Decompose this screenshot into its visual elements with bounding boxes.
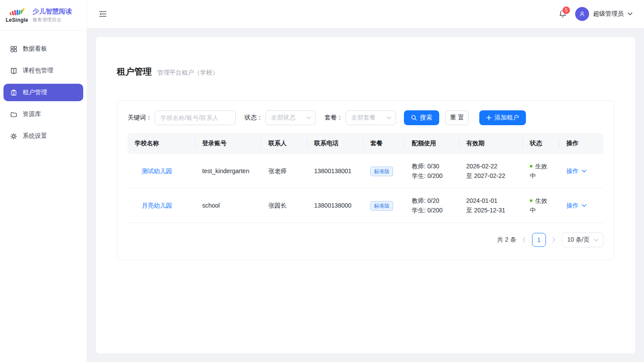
col-phone: 联系电话 xyxy=(307,133,363,154)
user-name: 超级管理员 xyxy=(593,10,624,18)
sidebar-item-settings[interactable]: 系统设置 xyxy=(3,127,83,145)
brand-header: LeSingle 少儿智慧阅读 服务管理后台 xyxy=(0,0,87,31)
table-header-row: 学校名称 登录账号 联系人 联系电话 套餐 配额使用 有效期 状态 操作 xyxy=(128,133,603,154)
sidebar-item-course-packages[interactable]: 课程包管理 xyxy=(3,62,83,79)
col-contact: 联系人 xyxy=(261,133,307,154)
chevron-down-icon xyxy=(306,116,311,120)
brand-logo: LeSingle xyxy=(6,7,28,23)
page-size-value: 10 条/页 xyxy=(567,236,590,244)
row-actions-label: 操作 xyxy=(566,201,579,210)
sidebar-collapse-button[interactable] xyxy=(98,10,107,18)
avatar xyxy=(575,7,589,21)
plan-tag: 标准版 xyxy=(370,201,393,211)
pagination-total: 共 2 条 xyxy=(497,236,516,244)
validity-start: 2024-01-01 xyxy=(466,196,516,205)
keyword-label: 关键词： xyxy=(128,114,152,122)
actions-cell: 操作 xyxy=(559,154,603,188)
validity-start: 2026-02-22 xyxy=(466,161,516,171)
add-tenant-button[interactable]: 添加租户 xyxy=(479,110,526,125)
sidebar-item-label: 系统设置 xyxy=(23,132,47,140)
search-icon xyxy=(411,115,417,121)
prev-page-button[interactable] xyxy=(522,237,526,242)
notification-badge: 5 xyxy=(562,6,570,14)
col-validity: 有效期 xyxy=(459,133,523,154)
col-quota: 配额使用 xyxy=(405,133,459,154)
user-icon xyxy=(578,10,586,18)
page-header: 租户管理 管理平台租户（学校） xyxy=(117,66,614,78)
brand-subtitle: 服务管理后台 xyxy=(33,17,72,23)
status-select-value: 全部状态 xyxy=(271,114,295,122)
plan-tag: 标准版 xyxy=(370,167,393,176)
validity-end: 至 2025-12-31 xyxy=(466,205,516,215)
sidebar-nav: 数据看板 课程包管理 租户管理 资源库 xyxy=(0,31,87,154)
plan-cell: 标准版 xyxy=(363,154,405,188)
sidebar-item-resources[interactable]: 资源库 xyxy=(3,106,83,123)
page-1-button[interactable]: 1 xyxy=(532,233,546,247)
plan-label: 套餐： xyxy=(325,114,343,122)
next-page-button[interactable] xyxy=(552,237,556,242)
content-area: 租户管理 管理平台租户（学校） 关键词： 状态： 全部状态 套餐： 全部套餐 xyxy=(87,28,644,362)
plan-select[interactable]: 全部套餐 xyxy=(346,110,396,125)
row-actions-link[interactable]: 操作 xyxy=(566,201,586,210)
chevron-down-icon xyxy=(582,170,586,173)
chevron-down-icon xyxy=(582,204,586,207)
chevron-right-icon xyxy=(552,237,556,242)
sidebar-item-label: 资源库 xyxy=(23,110,41,118)
phone-cell: 13800138000 xyxy=(307,188,363,223)
sidebar-item-label: 租户管理 xyxy=(23,89,47,96)
validity-end: 至 2027-02-22 xyxy=(466,171,516,181)
filter-bar: 关键词： 状态： 全部状态 套餐： 全部套餐 xyxy=(128,110,603,125)
col-actions: 操作 xyxy=(559,133,603,154)
gear-icon xyxy=(10,133,17,140)
dashboard-icon xyxy=(10,45,17,53)
folder-icon xyxy=(10,111,17,118)
pagination: 共 2 条 1 10 条/页 xyxy=(128,232,603,247)
school-link[interactable]: 测试幼儿园 xyxy=(142,167,172,174)
row-actions-label: 操作 xyxy=(566,166,579,176)
sidebar-item-dashboard[interactable]: 数据看板 xyxy=(3,40,83,58)
search-button[interactable]: 搜索 xyxy=(404,110,439,125)
status-dot-icon xyxy=(530,165,532,167)
topbar-right: 5 超级管理员 xyxy=(558,7,633,21)
plan-cell: 标准版 xyxy=(363,188,405,223)
plus-icon xyxy=(486,115,491,120)
phone-cell: 13800138001 xyxy=(307,154,363,188)
status-select[interactable]: 全部状态 xyxy=(265,110,316,125)
status-text: 生效中 xyxy=(530,197,547,214)
sidebar-item-tenants[interactable]: 租户管理 xyxy=(3,84,83,101)
sidebar: LeSingle 少儿智慧阅读 服务管理后台 数据看板 课程包管理 xyxy=(0,0,87,362)
notifications-button[interactable]: 5 xyxy=(558,10,567,19)
add-tenant-button-label: 添加租户 xyxy=(495,114,519,122)
sidebar-item-label: 课程包管理 xyxy=(23,67,53,75)
status-label: 状态： xyxy=(244,114,263,122)
row-actions-link[interactable]: 操作 xyxy=(566,166,586,176)
menu-fold-icon xyxy=(98,10,107,18)
user-menu[interactable]: 超级管理员 xyxy=(575,7,633,21)
chevron-down-icon xyxy=(627,12,633,16)
search-button-label: 搜索 xyxy=(420,114,432,122)
reset-button[interactable]: 重 置 xyxy=(445,110,469,125)
quota-students: 学生: 0/200 xyxy=(412,171,452,181)
chevron-down-icon xyxy=(594,239,599,242)
tenant-card: 租户管理 管理平台租户（学校） 关键词： 状态： 全部状态 套餐： 全部套餐 xyxy=(96,37,635,353)
keyword-input[interactable] xyxy=(155,110,236,125)
page-size-select[interactable]: 10 条/页 xyxy=(562,232,603,247)
tenant-panel: 关键词： 状态： 全部状态 套餐： 全部套餐 xyxy=(117,100,614,260)
chevron-down-icon xyxy=(386,116,391,120)
account-cell: school xyxy=(195,188,261,223)
contact-cell: 张园长 xyxy=(261,188,307,223)
reset-button-label: 重 置 xyxy=(450,114,464,122)
brand-title: 少儿智慧阅读 xyxy=(33,7,72,15)
status-text: 生效中 xyxy=(530,163,547,179)
col-account: 登录账号 xyxy=(195,133,261,154)
quota-cell: 教师: 0/30 学生: 0/200 xyxy=(405,154,459,188)
plan-select-value: 全部套餐 xyxy=(351,114,376,122)
school-link[interactable]: 月亮幼儿园 xyxy=(142,202,172,209)
quota-cell: 教师: 0/20 学生: 0/200 xyxy=(405,188,459,223)
col-status: 状态 xyxy=(523,133,559,154)
quota-teachers: 教师: 0/20 xyxy=(412,196,452,205)
page-title: 租户管理 xyxy=(117,66,152,78)
table-row: 月亮幼儿园 school 张园长 13800138000 标准版 教师: 0/2… xyxy=(128,188,603,223)
actions-cell: 操作 xyxy=(559,188,603,223)
col-school: 学校名称 xyxy=(128,133,195,154)
